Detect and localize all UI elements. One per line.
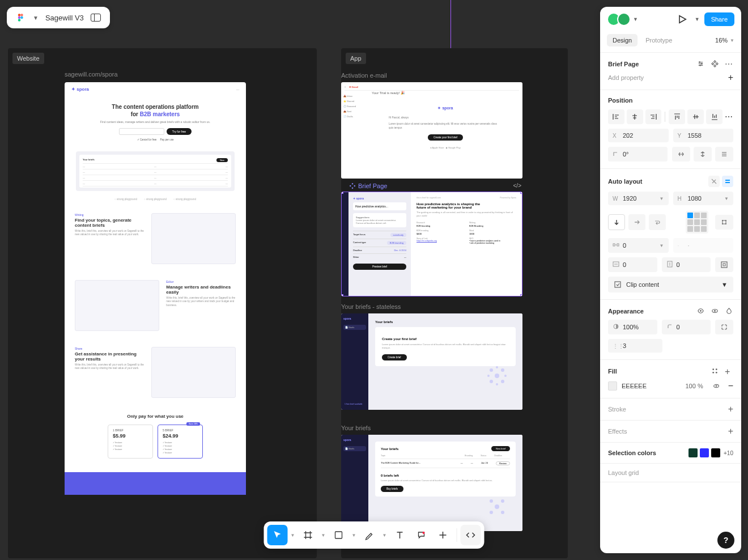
share-button[interactable]: Share: [704, 12, 734, 26]
padding-h-input[interactable]: 0: [608, 257, 657, 272]
flip-v-button[interactable]: [694, 147, 712, 162]
section-stroke[interactable]: Stroke: [608, 406, 626, 413]
padding-individual-button[interactable]: [715, 257, 733, 272]
visibility-icon[interactable]: [712, 382, 720, 390]
gap-input[interactable]: 0▼: [608, 238, 669, 253]
flip-h-button[interactable]: [672, 147, 690, 162]
frame-group-website[interactable]: Website sagewill.com/spora ✦ spora ⋯ The…: [8, 48, 317, 558]
comment-tool[interactable]: [411, 525, 432, 545]
email-frame[interactable]: ≡M Gmail 📥 Inbox⭐ Starred🕐 Snoozed📤 Sent…: [341, 82, 522, 179]
chevron-down-icon[interactable]: ▼: [320, 525, 328, 545]
plus-icon[interactable]: +: [725, 367, 733, 375]
color-swatch[interactable]: [711, 448, 720, 457]
chevron-down-icon[interactable]: ▼: [695, 16, 700, 22]
height-input[interactable]: H1080▼: [673, 192, 734, 205]
fill-opacity-input[interactable]: 100 %: [685, 383, 703, 389]
move-tool[interactable]: [267, 525, 288, 545]
selection-handle[interactable]: [520, 294, 522, 296]
figma-logo-icon[interactable]: [16, 12, 26, 23]
autolayout-off-button[interactable]: [708, 176, 720, 187]
autolayout-settings-button[interactable]: [715, 215, 733, 230]
chevron-down-icon[interactable]: ▼: [33, 15, 39, 21]
rotation-input[interactable]: 0°: [608, 147, 668, 162]
direction-wrap-button[interactable]: [649, 214, 666, 230]
autolayout-on-button[interactable]: [722, 176, 733, 187]
align-bottom-button[interactable]: [706, 109, 722, 124]
actions-tool[interactable]: [433, 525, 453, 545]
chevron-down-icon[interactable]: ▼: [289, 525, 297, 545]
gap-cross-input[interactable]: ··: [673, 238, 734, 253]
stateless-frame[interactable]: spora 📄 Briefs 1 free brief available Yo…: [341, 313, 522, 410]
text-tool[interactable]: [390, 525, 410, 545]
fill-swatch[interactable]: [608, 381, 617, 391]
settings-icon[interactable]: [696, 60, 705, 68]
plus-icon[interactable]: +: [728, 426, 733, 436]
visibility-icon[interactable]: [711, 307, 719, 315]
chevron-down-icon[interactable]: ▼: [381, 525, 389, 545]
chevron-down-icon[interactable]: ▼: [350, 525, 358, 545]
align-left-button[interactable]: [608, 109, 624, 124]
more-position-button[interactable]: [715, 147, 733, 162]
fill-hex-input[interactable]: EEEEEE: [622, 383, 681, 389]
selection-handle[interactable]: [520, 192, 522, 194]
frame-name[interactable]: Brief Page: [608, 61, 639, 67]
frame-label[interactable]: Your briefs: [341, 425, 371, 431]
dev-mode-badge[interactable]: </>: [513, 183, 521, 189]
alignment-grid[interactable]: [686, 211, 708, 234]
individual-corners-button[interactable]: [715, 320, 733, 334]
more-icon[interactable]: ⋯: [725, 60, 733, 68]
styles-icon[interactable]: [711, 367, 719, 375]
file-name[interactable]: Sagewill V3: [45, 14, 84, 22]
blend-icon[interactable]: [725, 307, 733, 315]
dev-mode-tool[interactable]: [461, 525, 481, 545]
tab-design[interactable]: Design: [607, 34, 638, 46]
chevron-down-icon[interactable]: ▼: [633, 16, 638, 22]
frame-tool[interactable]: [298, 525, 318, 545]
pen-tool[interactable]: [359, 525, 380, 545]
present-button[interactable]: [677, 14, 688, 25]
eye-icon[interactable]: [696, 307, 705, 315]
more-align-icon[interactable]: ⋯: [725, 112, 733, 121]
zoom-control[interactable]: 16%▼: [715, 37, 734, 44]
align-right-button[interactable]: [645, 109, 662, 124]
color-swatch[interactable]: [700, 448, 709, 457]
selection-handle[interactable]: [341, 294, 343, 296]
collaborator-avatars[interactable]: ▼: [607, 12, 638, 26]
website-frame[interactable]: ✦ spora ⋯ The content operations platfor…: [65, 82, 246, 495]
plus-icon[interactable]: +: [728, 404, 733, 414]
width-input[interactable]: W1920▼: [608, 192, 669, 205]
blend-mode-input[interactable]: ⋮⋮3: [608, 339, 662, 353]
brief-page-frame[interactable]: 1920 × 1080 ✦ spora How predictive analy…: [341, 192, 522, 296]
y-input[interactable]: Y1558: [673, 129, 734, 142]
avatar[interactable]: [617, 12, 631, 26]
briefs-frame[interactable]: spora 📄 Briefs Your briefs New brief Top…: [341, 435, 522, 531]
frame-label[interactable]: Your briefs - stateless: [341, 303, 401, 310]
frame-group-app[interactable]: App Activation e-mail ≡M Gmail 📥 Inbox⭐ …: [341, 48, 568, 558]
help-button[interactable]: ?: [717, 532, 734, 549]
align-vcenter-button[interactable]: [687, 109, 704, 124]
x-input[interactable]: X202: [608, 129, 669, 142]
direction-vertical-button[interactable]: [608, 214, 625, 230]
section-layout-grid[interactable]: Layout grid: [608, 469, 639, 476]
component-icon[interactable]: [711, 60, 719, 68]
frame-label[interactable]: Activation e-mail: [341, 72, 387, 79]
panel-toggle-icon[interactable]: [91, 14, 101, 22]
plus-icon[interactable]: +: [728, 73, 733, 83]
tab-prototype[interactable]: Prototype: [640, 34, 678, 46]
color-swatch[interactable]: [688, 448, 698, 457]
minus-icon[interactable]: −: [728, 381, 733, 391]
clip-content-select[interactable]: Clip content ▼: [608, 277, 733, 292]
padding-v-input[interactable]: 0: [662, 257, 711, 272]
opacity-input[interactable]: 100%: [608, 320, 657, 334]
align-hcenter-button[interactable]: [627, 109, 643, 124]
selected-frame-label[interactable]: Brief Page: [349, 183, 387, 189]
canvas[interactable]: Website sagewill.com/spora ✦ spora ⋯ The…: [8, 48, 570, 560]
corner-radius-input[interactable]: 0: [662, 320, 711, 334]
direction-horizontal-button[interactable]: [628, 214, 645, 230]
more-colors[interactable]: +10: [724, 450, 733, 456]
shape-tool[interactable]: [329, 525, 349, 545]
align-top-button[interactable]: [669, 109, 685, 124]
section-effects[interactable]: Effects: [608, 428, 627, 435]
add-property-label[interactable]: Add property: [608, 74, 644, 81]
selection-handle[interactable]: [341, 192, 343, 194]
